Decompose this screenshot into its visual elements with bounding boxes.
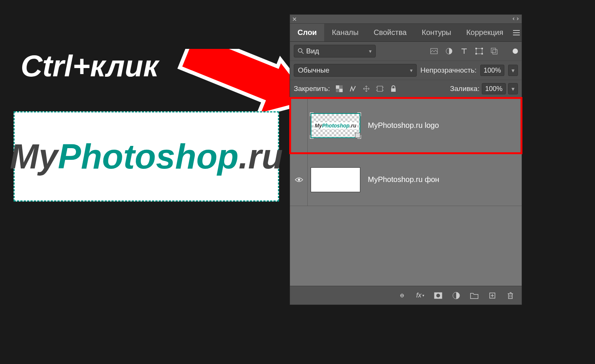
svg-point-18 bbox=[436, 294, 440, 297]
link-layers-button[interactable] bbox=[398, 291, 407, 300]
add-adjustment-button[interactable] bbox=[452, 291, 461, 300]
filter-smartobject-icon[interactable] bbox=[490, 47, 498, 55]
svg-point-16 bbox=[298, 179, 300, 181]
opacity-input[interactable]: 100% bbox=[480, 65, 504, 76]
layer-item[interactable]: MyPhotoshop.ru MyPhotoshop.ru logo bbox=[290, 98, 522, 153]
logo-part-my: My bbox=[10, 137, 58, 176]
lock-fill-row: Закрепить: Заливка: 100% ▾ bbox=[290, 80, 522, 98]
svg-rect-14 bbox=[377, 86, 382, 91]
fill-label: Заливка: bbox=[450, 85, 480, 93]
filter-text-icon[interactable] bbox=[460, 47, 468, 55]
fill-input[interactable]: 100% bbox=[482, 83, 506, 94]
filter-toggle[interactable] bbox=[513, 49, 518, 54]
svg-rect-3 bbox=[476, 49, 482, 54]
layer-filter-label: Вид bbox=[306, 47, 319, 55]
tab-properties[interactable]: Свойства bbox=[366, 24, 414, 41]
new-layer-button[interactable] bbox=[488, 291, 497, 300]
layer-thumbnail[interactable]: MyPhotoshop.ru bbox=[311, 113, 360, 138]
layer-filter-select[interactable]: Вид ▾ bbox=[294, 45, 376, 58]
delete-layer-button[interactable] bbox=[506, 291, 515, 300]
layer-thumbnail[interactable] bbox=[311, 167, 360, 192]
layers-panel: Слои Каналы Свойства Контуры Коррекция В… bbox=[290, 14, 522, 305]
panel-tabs: Слои Каналы Свойства Контуры Коррекция bbox=[290, 24, 522, 42]
svg-rect-4 bbox=[475, 48, 477, 49]
svg-rect-9 bbox=[493, 50, 497, 54]
logo-part-suffix: .ru bbox=[238, 137, 283, 176]
filter-pixel-icon[interactable] bbox=[430, 47, 438, 55]
lock-transparency-icon[interactable] bbox=[335, 85, 343, 93]
logo-part-photoshop: Photoshop bbox=[58, 137, 238, 176]
panel-titlebar bbox=[290, 15, 522, 24]
blend-mode-select[interactable]: Обычные ▾ bbox=[294, 64, 417, 77]
lock-position-icon[interactable] bbox=[362, 85, 370, 93]
opacity-label: Непрозрачность: bbox=[420, 66, 477, 74]
opacity-dropdown[interactable]: ▾ bbox=[508, 65, 518, 76]
svg-rect-15 bbox=[391, 88, 396, 92]
layer-item[interactable]: MyPhotoshop.ru фон bbox=[290, 153, 522, 206]
layers-footer: fx▾ bbox=[290, 286, 522, 305]
close-panel-button[interactable] bbox=[292, 17, 297, 21]
tab-paths[interactable]: Контуры bbox=[414, 24, 458, 41]
svg-rect-8 bbox=[491, 48, 496, 53]
svg-rect-12 bbox=[339, 85, 343, 89]
canvas-logo-text: MyPhotoshop.ru bbox=[10, 137, 283, 176]
tab-channels[interactable]: Каналы bbox=[324, 24, 366, 41]
tab-adjustments[interactable]: Коррекция bbox=[459, 24, 511, 41]
svg-rect-10 bbox=[336, 85, 339, 89]
fill-dropdown[interactable]: ▾ bbox=[508, 83, 518, 94]
smartobject-badge-icon bbox=[355, 133, 360, 138]
eye-icon bbox=[295, 177, 303, 183]
chevron-down-icon: ▾ bbox=[369, 48, 372, 54]
chevron-down-icon: ▾ bbox=[410, 67, 413, 73]
svg-point-0 bbox=[298, 49, 302, 52]
layer-effects-button[interactable]: fx▾ bbox=[416, 291, 425, 300]
filter-shape-icon[interactable] bbox=[475, 47, 483, 55]
svg-rect-11 bbox=[339, 89, 343, 92]
svg-rect-6 bbox=[475, 53, 477, 55]
lock-label: Закрепить: bbox=[294, 85, 330, 93]
tab-layers[interactable]: Слои bbox=[290, 24, 324, 41]
svg-rect-13 bbox=[336, 89, 339, 92]
blend-mode-value: Обычные bbox=[298, 66, 329, 74]
svg-rect-7 bbox=[481, 53, 483, 55]
add-mask-button[interactable] bbox=[434, 291, 443, 300]
lock-artboard-icon[interactable] bbox=[376, 85, 384, 93]
layer-name[interactable]: MyPhotoshop.ru фон bbox=[368, 175, 439, 184]
layer-filter-icons bbox=[430, 47, 518, 55]
svg-rect-5 bbox=[481, 48, 483, 49]
collapse-panel-button[interactable] bbox=[513, 17, 519, 21]
layer-visibility-toggle[interactable] bbox=[291, 177, 307, 183]
filter-adjustment-icon[interactable] bbox=[445, 47, 453, 55]
canvas-selection-preview: MyPhotoshop.ru bbox=[14, 111, 279, 202]
blend-opacity-row: Обычные ▾ Непрозрачность: 100% ▾ bbox=[290, 61, 522, 80]
layers-list: MyPhotoshop.ru MyPhotoshop.ru logo MyPho… bbox=[290, 98, 522, 286]
panel-menu-button[interactable] bbox=[511, 30, 522, 35]
lock-all-icon[interactable] bbox=[389, 85, 398, 93]
new-group-button[interactable] bbox=[470, 291, 479, 300]
annotation-label: Ctrl+клик bbox=[21, 49, 158, 83]
search-icon bbox=[298, 48, 304, 54]
lock-pixels-icon[interactable] bbox=[349, 85, 357, 93]
layer-filter-row: Вид ▾ bbox=[290, 42, 522, 61]
layer-name[interactable]: MyPhotoshop.ru logo bbox=[368, 121, 439, 130]
